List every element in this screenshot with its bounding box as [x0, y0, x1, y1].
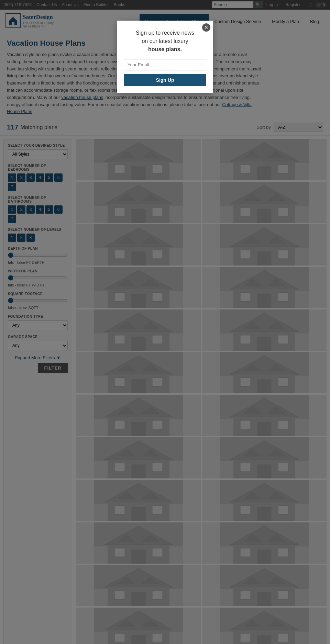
- modal-title: Sign up to receive news on our latest lu…: [124, 29, 206, 54]
- modal-overlay[interactable]: × Sign up to receive news on our latest …: [0, 0, 330, 644]
- modal-box: × Sign up to receive news on our latest …: [117, 21, 213, 93]
- modal-email-input[interactable]: [124, 59, 206, 70]
- modal-submit-button[interactable]: Sign Up: [124, 74, 206, 86]
- modal-close-button[interactable]: ×: [202, 23, 210, 32]
